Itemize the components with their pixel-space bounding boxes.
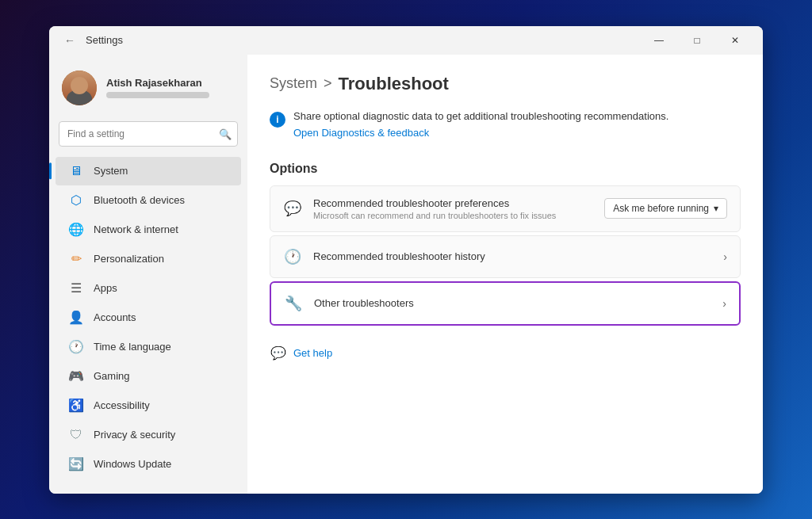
- title-bar-left: ← Settings: [62, 32, 123, 48]
- sidebar-item-network[interactable]: 🌐 Network & internet: [56, 216, 241, 244]
- sidebar: Atish Rajasekharan 🔍 🖥 System ⬡ Bluetoot…: [49, 55, 247, 494]
- sidebar-item-bluetooth[interactable]: ⬡ Bluetooth & devices: [56, 186, 241, 215]
- get-help-icon: 💬: [270, 345, 287, 362]
- search-input[interactable]: [59, 121, 238, 147]
- apps-label: Apps: [94, 282, 117, 294]
- time-icon: 🕐: [68, 339, 84, 355]
- option-title-recommended-prefs: Recommended troubleshooter preferences: [313, 197, 556, 209]
- network-label: Network & internet: [94, 223, 178, 235]
- privacy-icon: 🛡: [68, 427, 84, 443]
- gaming-label: Gaming: [94, 370, 130, 382]
- accessibility-icon: ♿: [68, 398, 84, 414]
- breadcrumb-parent: System: [270, 75, 317, 92]
- system-label: System: [94, 165, 128, 177]
- bluetooth-label: Bluetooth & devices: [94, 194, 185, 206]
- sidebar-item-personalization[interactable]: ✏ Personalization: [56, 245, 241, 273]
- user-section: Atish Rajasekharan: [49, 61, 247, 118]
- update-icon: 🔄: [68, 456, 84, 472]
- breadcrumb-separator: >: [324, 75, 332, 92]
- info-icon: i: [270, 112, 285, 128]
- personalization-label: Personalization: [94, 253, 164, 265]
- get-help-section: 💬 Get help: [270, 338, 741, 368]
- diagnostics-link[interactable]: Open Diagnostics & feedback: [293, 127, 429, 139]
- option-title-recommended-history: Recommended troubleshooter history: [313, 250, 485, 262]
- settings-window: ← Settings — □ ✕ Atish Rajasekharan: [49, 26, 763, 494]
- sidebar-item-accessibility[interactable]: ♿ Accessibility: [56, 391, 241, 420]
- window-controls: — □ ✕: [641, 28, 753, 53]
- system-icon: 🖥: [68, 163, 84, 179]
- option-icon-recommended-history: 🕐: [283, 247, 302, 266]
- sidebar-item-gaming[interactable]: 🎮 Gaming: [56, 362, 241, 391]
- user-email: [106, 92, 209, 98]
- title-bar: ← Settings — □ ✕: [49, 26, 763, 55]
- sidebar-item-accounts[interactable]: 👤 Accounts: [56, 303, 241, 332]
- option-recommended-history[interactable]: 🕐 Recommended troubleshooter history ›: [270, 235, 741, 278]
- close-button[interactable]: ✕: [717, 28, 753, 53]
- update-label: Windows Update: [94, 458, 171, 470]
- option-icon-other-troubleshooters: 🔧: [284, 294, 303, 313]
- info-banner: i Share optional diagnostic data to get …: [270, 107, 741, 143]
- avatar: [62, 71, 97, 105]
- sidebar-item-time[interactable]: 🕐 Time & language: [56, 333, 241, 361]
- minimize-button[interactable]: —: [641, 28, 677, 53]
- options-section-title: Options: [270, 162, 741, 176]
- privacy-label: Privacy & security: [94, 429, 175, 441]
- chevron-right-icon: ›: [722, 297, 726, 310]
- sidebar-item-privacy[interactable]: 🛡 Privacy & security: [56, 421, 241, 449]
- gaming-icon: 🎮: [68, 368, 84, 384]
- network-icon: 🌐: [68, 222, 84, 238]
- user-name: Atish Rajasekharan: [106, 77, 235, 89]
- apps-icon: ☰: [68, 280, 84, 296]
- option-recommended-prefs[interactable]: 💬 Recommended troubleshooter preferences…: [270, 185, 741, 232]
- nav-list: 🖥 System ⬡ Bluetooth & devices 🌐 Network…: [49, 156, 247, 479]
- main-content: System > Troubleshoot i Share optional d…: [247, 55, 763, 494]
- personalization-icon: ✏: [68, 251, 84, 267]
- options-list: 💬 Recommended troubleshooter preferences…: [270, 185, 741, 326]
- option-subtitle-recommended-prefs: Microsoft can recommend and run troubles…: [313, 211, 556, 220]
- chevron-down-icon: ▾: [714, 203, 718, 214]
- search-icon: 🔍: [219, 128, 232, 139]
- accounts-label: Accounts: [94, 311, 136, 323]
- option-title-other-troubleshooters: Other troubleshooters: [314, 297, 414, 309]
- back-button[interactable]: ←: [62, 32, 78, 48]
- bluetooth-icon: ⬡: [68, 193, 84, 208]
- user-info: Atish Rajasekharan: [106, 77, 235, 98]
- option-icon-recommended-prefs: 💬: [283, 199, 302, 218]
- breadcrumb-current: Troubleshoot: [339, 74, 449, 94]
- sidebar-item-update[interactable]: 🔄 Windows Update: [56, 450, 241, 479]
- dropdown-label-recommended-prefs: Ask me before running: [613, 203, 709, 214]
- accessibility-label: Accessibility: [94, 399, 150, 411]
- option-other-troubleshooters[interactable]: 🔧 Other troubleshooters ›: [270, 281, 741, 326]
- search-box: 🔍: [59, 121, 238, 147]
- time-label: Time & language: [94, 341, 171, 353]
- accounts-icon: 👤: [68, 310, 84, 326]
- window-body: Atish Rajasekharan 🔍 🖥 System ⬡ Bluetoot…: [49, 55, 763, 494]
- breadcrumb: System > Troubleshoot: [270, 74, 741, 94]
- sidebar-item-system[interactable]: 🖥 System: [56, 157, 241, 185]
- dropdown-recommended-prefs[interactable]: Ask me before running ▾: [604, 198, 727, 219]
- sidebar-item-apps[interactable]: ☰ Apps: [56, 274, 241, 303]
- get-help-link[interactable]: Get help: [293, 347, 332, 359]
- window-title: Settings: [86, 34, 123, 46]
- maximize-button[interactable]: □: [679, 28, 715, 53]
- info-message: Share optional diagnostic data to get ad…: [293, 110, 741, 122]
- chevron-right-icon: ›: [723, 250, 727, 263]
